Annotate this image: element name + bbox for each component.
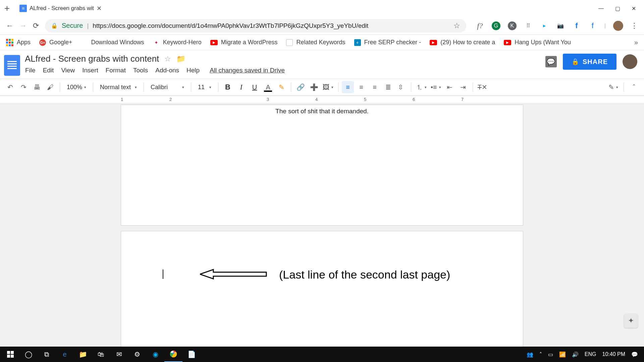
file-explorer-button[interactable]: 📁 — [74, 347, 92, 362]
bold-button[interactable]: B — [222, 81, 234, 93]
cortana-button[interactable]: ◯ — [19, 347, 38, 362]
store-button[interactable]: 🛍 — [92, 347, 110, 362]
action-center-icon[interactable]: 💬 — [631, 351, 638, 358]
chrome-menu-button[interactable]: ⋮ — [631, 21, 638, 30]
chrome-taskbar-button[interactable] — [164, 347, 182, 362]
maximize-button[interactable]: ▢ — [615, 5, 620, 12]
indent-increase-button[interactable]: ⇥ — [457, 81, 469, 93]
document-page[interactable] — [121, 231, 523, 348]
docs-logo-icon[interactable] — [4, 55, 20, 76]
paragraph-style-dropdown[interactable]: Normal text▾ — [97, 81, 140, 93]
menu-edit[interactable]: Edit — [43, 66, 54, 75]
font-dropdown[interactable]: Calibri▾ — [147, 81, 187, 93]
star-document-icon[interactable]: ☆ — [164, 55, 171, 63]
user-avatar[interactable] — [623, 54, 637, 69]
document-page[interactable]: The sort of shit that it demanded. — [121, 105, 523, 226]
insert-comment-button[interactable]: ➕ — [308, 81, 320, 93]
new-tab-button[interactable]: + — [2, 3, 12, 13]
bullet-list-button[interactable]: •≡▾ — [429, 81, 442, 93]
mail-button[interactable]: ✉ — [110, 347, 128, 362]
menu-addons[interactable]: Add-ons — [155, 66, 179, 75]
paint-format-button[interactable]: 🖌 — [44, 81, 56, 93]
back-button[interactable]: ← — [6, 21, 13, 30]
skype-button[interactable]: ◉ — [146, 347, 164, 362]
language-indicator[interactable]: ENG — [585, 351, 596, 357]
wifi-icon[interactable]: 📶 — [559, 351, 566, 358]
align-center-button[interactable]: ≡ — [355, 81, 367, 93]
menu-view[interactable]: View — [61, 66, 75, 75]
line-spacing-button[interactable]: ⇳ — [395, 81, 408, 93]
menu-insert[interactable]: Insert — [82, 66, 99, 75]
bookmark-hang-ups[interactable]: ▶Hang Ups (Want You — [504, 39, 571, 46]
editing-mode-button[interactable]: ✎▾ — [607, 81, 620, 93]
browser-tab[interactable]: ≡ ALfred - Screen grabs wit ✕ — [15, 2, 106, 15]
menu-file[interactable]: File — [25, 66, 36, 75]
bookmark-windows[interactable]: Download Windows — [81, 39, 144, 46]
facebook-alt-icon[interactable]: f — [588, 21, 597, 30]
bookmark-serp-checker[interactable]: +Free SERP checker - — [354, 39, 421, 46]
bookmark-keywordhero[interactable]: ✦Keyword-Hero — [153, 39, 202, 46]
save-status[interactable]: All changes saved in Drive — [209, 66, 285, 75]
minimize-button[interactable]: — — [598, 5, 604, 12]
numbered-list-button[interactable]: ⒈▾ — [415, 81, 428, 93]
apps-button[interactable]: Apps — [6, 39, 31, 46]
tray-expand-icon[interactable]: ˄ — [539, 351, 542, 358]
tab-close-button[interactable]: ✕ — [97, 5, 102, 12]
document-canvas[interactable]: The sort of shit that it demanded. (Last… — [0, 104, 644, 348]
italic-button[interactable]: I — [235, 81, 247, 93]
bookmark-related-keywords[interactable]: Related Keywords — [286, 39, 345, 46]
redo-button[interactable]: ↷ — [17, 81, 30, 93]
task-view-button[interactable]: ⧉ — [38, 347, 56, 362]
menu-tools[interactable]: Tools — [133, 66, 148, 75]
settings-button[interactable]: ⚙ — [128, 347, 146, 362]
highlight-button[interactable]: ✎ — [275, 81, 287, 93]
close-window-button[interactable]: ✕ — [632, 5, 636, 12]
document-text-line[interactable]: The sort of shit that it demanded. — [161, 107, 483, 115]
edge-button[interactable]: e — [56, 347, 74, 362]
align-right-button[interactable]: ≡ — [369, 81, 381, 93]
bookmark-how-to-create[interactable]: ▶(29) How to create a — [430, 39, 495, 46]
fonts-extension-icon[interactable]: f? — [476, 21, 484, 30]
collapse-toolbar-button[interactable]: ˆ — [628, 81, 640, 93]
start-button[interactable] — [1, 347, 19, 362]
bookmark-googleplus[interactable]: G+Google+ — [39, 39, 72, 46]
extension-dots-icon[interactable]: ⠿ — [524, 21, 533, 30]
insert-link-button[interactable]: 🔗 — [294, 81, 307, 93]
bookmarks-overflow-button[interactable]: » — [634, 39, 638, 46]
text-color-button[interactable]: A — [262, 81, 274, 93]
people-icon[interactable]: 👥 — [527, 351, 533, 358]
share-button[interactable]: 🔒 SHARE — [563, 54, 616, 70]
explore-button[interactable]: ✦ — [624, 314, 638, 328]
underline-button[interactable]: U — [249, 81, 261, 93]
insert-image-button[interactable]: 🖼▾ — [321, 81, 335, 93]
profile-avatar[interactable] — [613, 21, 623, 31]
align-justify-button[interactable]: ≣ — [382, 81, 394, 93]
forward-button[interactable]: → — [19, 21, 27, 30]
star-bookmark-icon[interactable]: ☆ — [453, 21, 460, 30]
grammarly-icon[interactable]: G — [492, 21, 500, 30]
volume-icon[interactable]: 🔊 — [572, 351, 579, 358]
print-button[interactable]: 🖶 — [31, 81, 43, 93]
menu-format[interactable]: Format — [105, 66, 126, 75]
battery-icon[interactable]: ▭ — [548, 351, 553, 358]
facebook-icon[interactable]: f — [572, 21, 581, 30]
move-folder-icon[interactable]: 📁 — [176, 55, 185, 63]
document-title[interactable]: ALfred - Screen grabs with content — [25, 54, 159, 64]
extension-flag-icon[interactable]: ▸ — [540, 21, 549, 30]
comments-button[interactable]: 💬 — [545, 56, 557, 67]
align-left-button[interactable]: ≡ — [342, 81, 354, 93]
indent-decrease-button[interactable]: ⇤ — [444, 81, 456, 93]
font-size-dropdown[interactable]: 11▾ — [195, 81, 215, 93]
url-input[interactable]: 🔒 Secure | https://docs.google.com/docum… — [45, 19, 466, 33]
camera-extension-icon[interactable]: 📷 — [556, 21, 565, 30]
extension-k-icon[interactable]: K — [508, 21, 517, 30]
zoom-dropdown[interactable]: 100%▾ — [63, 81, 90, 93]
notepad-button[interactable]: 📄 — [182, 347, 201, 362]
bookmark-migrate-wp[interactable]: ▶Migrate a WordPress — [210, 39, 278, 46]
clock[interactable]: 10:40 PM — [602, 351, 625, 357]
reload-button[interactable]: ⟳ — [33, 21, 39, 30]
clear-formatting-button[interactable]: T✕ — [476, 81, 489, 93]
horizontal-ruler[interactable]: 1 2 3 4 5 6 7 — [0, 96, 644, 104]
undo-button[interactable]: ↶ — [4, 81, 16, 93]
menu-help[interactable]: Help — [186, 66, 200, 75]
